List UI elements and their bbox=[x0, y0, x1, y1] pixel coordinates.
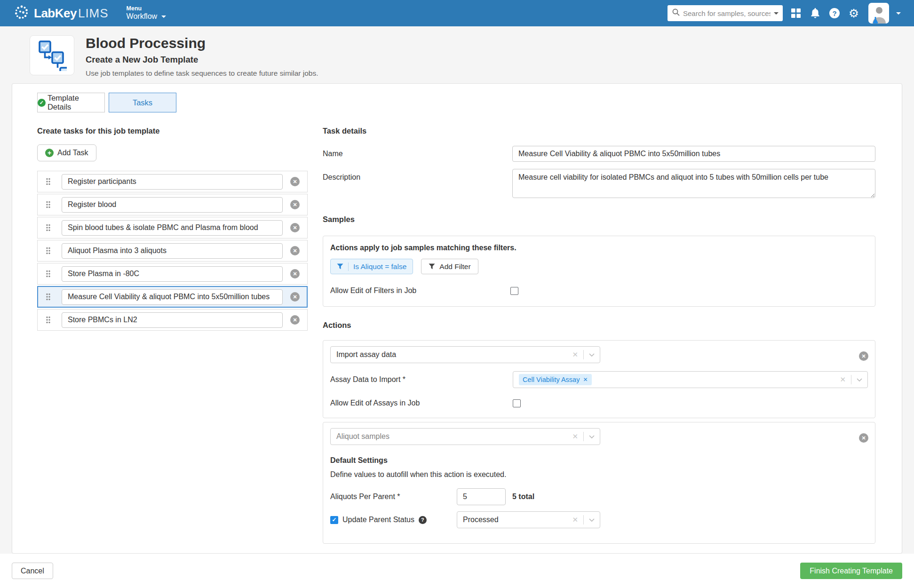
notifications-bell-icon[interactable] bbox=[809, 7, 821, 19]
chevron-down-icon[interactable] bbox=[584, 353, 600, 357]
action-type-select[interactable]: Aliquot samples ✕ bbox=[330, 428, 600, 445]
update-parent-status-checkbox[interactable] bbox=[330, 516, 338, 524]
chevron-down-icon[interactable] bbox=[584, 435, 600, 438]
help-tooltip-icon[interactable]: ? bbox=[419, 516, 427, 524]
cancel-button[interactable]: Cancel bbox=[12, 563, 53, 579]
complete-check-icon: ✓ bbox=[38, 99, 46, 107]
actions-heading: Actions bbox=[323, 321, 875, 330]
add-filter-button[interactable]: Add Filter bbox=[421, 259, 478, 274]
allow-edit-filters-checkbox[interactable] bbox=[510, 287, 518, 295]
help-icon[interactable]: ? bbox=[828, 7, 841, 19]
remove-task-icon[interactable]: ✕ bbox=[290, 223, 300, 232]
clear-icon[interactable]: ✕ bbox=[567, 516, 583, 524]
search-scope-caret-icon[interactable] bbox=[774, 12, 779, 15]
task-name-input[interactable] bbox=[62, 243, 283, 259]
parent-status-select[interactable]: Processed ✕ bbox=[457, 511, 600, 528]
remove-task-icon[interactable]: ✕ bbox=[290, 292, 300, 302]
default-settings-note: Define values to autofill when this acti… bbox=[330, 470, 868, 479]
drag-handle-icon[interactable] bbox=[46, 270, 50, 278]
user-menu-caret-icon[interactable] bbox=[896, 12, 901, 15]
template-editor-card: ✓ Template Details Tasks Create tasks fo… bbox=[12, 83, 902, 554]
plus-icon: + bbox=[45, 149, 54, 157]
chevron-down-icon[interactable] bbox=[584, 518, 600, 522]
aliquots-per-parent-label: Aliquots Per Parent * bbox=[330, 493, 457, 501]
remove-action-icon[interactable]: ✕ bbox=[859, 433, 868, 443]
task-name-input[interactable] bbox=[62, 197, 283, 213]
drag-handle-icon[interactable] bbox=[46, 201, 50, 208]
filter-funnel-icon bbox=[337, 263, 343, 270]
page-header: Blood Processing Create a New Job Templa… bbox=[0, 26, 914, 83]
task-detail-description-textarea[interactable]: Measure cell viability for isolated PBMC… bbox=[512, 169, 875, 198]
remove-task-icon[interactable]: ✕ bbox=[290, 269, 300, 278]
drag-handle-icon[interactable] bbox=[46, 293, 50, 301]
labkey-logo[interactable]: LabKeyLIMS bbox=[14, 5, 109, 22]
remove-action-icon[interactable]: ✕ bbox=[859, 351, 868, 361]
task-row[interactable]: ✕ bbox=[37, 171, 308, 192]
task-details-heading: Task details bbox=[323, 127, 875, 135]
menu-label: Menu bbox=[127, 5, 167, 12]
drag-handle-icon[interactable] bbox=[46, 247, 50, 254]
drag-handle-icon[interactable] bbox=[46, 316, 50, 324]
action-card-import-assay: Import assay data ✕ ✕ Assay Data to Impo… bbox=[323, 340, 875, 418]
finish-creating-template-button[interactable]: Finish Creating Template bbox=[800, 563, 902, 579]
apps-grid-icon[interactable] bbox=[790, 7, 802, 19]
aliquots-per-parent-input[interactable] bbox=[457, 488, 506, 505]
action-card-aliquot-samples: Aliquot samples ✕ ✕ Default Settings Def… bbox=[323, 422, 875, 544]
search-input[interactable] bbox=[683, 9, 771, 17]
allow-edit-assays-checkbox[interactable] bbox=[513, 399, 521, 407]
task-row[interactable]: ✕ bbox=[37, 309, 308, 331]
task-name-input[interactable] bbox=[62, 266, 283, 282]
user-avatar[interactable] bbox=[868, 3, 889, 24]
assay-chips: Cell Viability Assay✕ bbox=[519, 374, 835, 385]
remove-task-icon[interactable]: ✕ bbox=[290, 315, 300, 325]
action-type-value: Import assay data bbox=[336, 350, 567, 359]
clear-icon[interactable]: ✕ bbox=[567, 432, 583, 441]
remove-task-icon[interactable]: ✕ bbox=[290, 246, 300, 255]
task-name-input[interactable] bbox=[62, 312, 283, 328]
samples-heading: Samples bbox=[323, 215, 875, 224]
parent-status-value: Processed bbox=[463, 516, 567, 524]
task-name-input[interactable] bbox=[62, 289, 283, 305]
tab-tasks[interactable]: Tasks bbox=[109, 93, 176, 112]
tab-label: Tasks bbox=[133, 98, 152, 107]
clear-icon[interactable]: ✕ bbox=[567, 350, 583, 359]
name-label: Name bbox=[323, 150, 512, 158]
page-footer: Cancel Finish Creating Template bbox=[0, 554, 914, 588]
task-row[interactable]: ✕ bbox=[37, 194, 308, 215]
task-row[interactable]: ✕ bbox=[37, 263, 308, 285]
task-row[interactable]: ✕ bbox=[37, 217, 308, 238]
drag-handle-icon[interactable] bbox=[46, 178, 50, 185]
task-details-panel: Task details Name Description Measure ce… bbox=[323, 127, 875, 554]
drag-handle-icon[interactable] bbox=[46, 224, 50, 231]
task-name-input[interactable] bbox=[62, 220, 283, 236]
action-type-select[interactable]: Import assay data ✕ bbox=[330, 346, 600, 363]
task-name-input[interactable] bbox=[62, 174, 283, 190]
settings-gear-icon[interactable]: ⚙ bbox=[848, 7, 860, 19]
assay-data-select[interactable]: Cell Viability Assay✕ ✕ bbox=[513, 371, 868, 388]
sample-filter-chip[interactable]: Is Aliquot = false bbox=[330, 259, 413, 274]
tab-template-details[interactable]: ✓ Template Details bbox=[37, 93, 105, 112]
brand-suffix: LIMS bbox=[78, 6, 109, 20]
workflow-icon bbox=[30, 35, 74, 75]
chip-remove-icon[interactable]: ✕ bbox=[583, 376, 588, 383]
description-label: Description bbox=[323, 169, 512, 182]
search-icon bbox=[672, 8, 680, 18]
chevron-down-icon bbox=[161, 16, 166, 18]
clear-icon[interactable]: ✕ bbox=[835, 375, 851, 384]
assay-data-label: Assay Data to Import * bbox=[330, 375, 513, 384]
remove-task-icon[interactable]: ✕ bbox=[290, 177, 300, 186]
task-detail-name-input[interactable] bbox=[512, 146, 875, 162]
add-filter-label: Add Filter bbox=[439, 262, 470, 271]
task-row[interactable]: ✕ bbox=[37, 240, 308, 262]
remove-task-icon[interactable]: ✕ bbox=[290, 200, 300, 209]
add-task-button[interactable]: + Add Task bbox=[37, 144, 96, 161]
chevron-down-icon[interactable] bbox=[851, 378, 867, 381]
global-search[interactable] bbox=[668, 5, 783, 21]
menu-current-value: Workflow bbox=[127, 12, 158, 21]
menu-dropdown[interactable]: Menu Workflow bbox=[127, 5, 167, 21]
assay-chip[interactable]: Cell Viability Assay✕ bbox=[519, 374, 592, 385]
page-description: Use job templates to define task sequenc… bbox=[86, 69, 318, 78]
task-row-selected[interactable]: ✕ bbox=[37, 286, 308, 308]
tab-label: Template Details bbox=[48, 94, 104, 111]
tasks-panel-heading: Create tasks for this job template bbox=[37, 127, 308, 135]
